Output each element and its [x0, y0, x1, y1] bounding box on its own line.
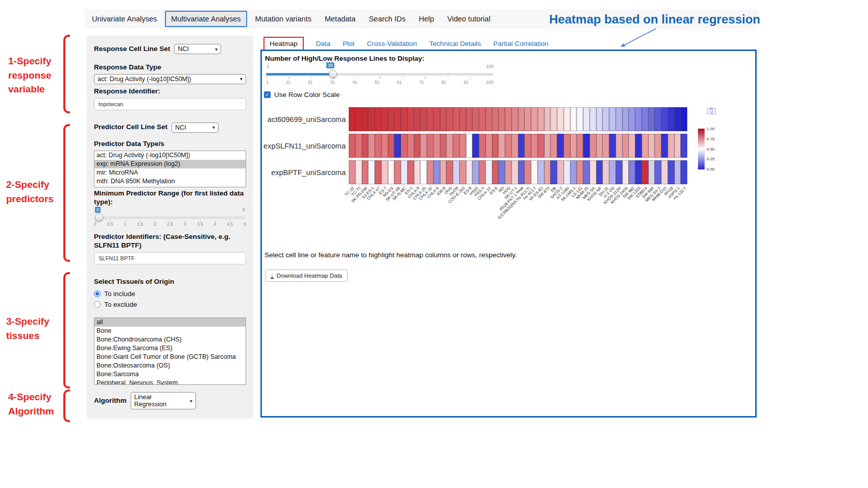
heatmap-cell[interactable] — [446, 134, 453, 158]
heatmap-cell[interactable] — [355, 160, 362, 184]
heatmap-cell[interactable] — [349, 160, 355, 184]
nav-item-mutation-variants[interactable]: Mutation variants — [250, 12, 317, 26]
heatmap-cell[interactable] — [472, 107, 479, 131]
predictor-identifiers-input[interactable] — [94, 252, 246, 264]
tissue-option-bone-sarcoma[interactable]: Bone:Sarcoma — [94, 370, 246, 379]
heatmap-cell[interactable] — [616, 160, 622, 184]
heatmap-row-label[interactable]: expSLFN11_uniSarcoma — [262, 134, 346, 158]
heatmap-cell[interactable] — [453, 160, 460, 184]
heatmap-cell[interactable] — [544, 160, 551, 184]
row-color-scale-row[interactable]: ✓ Use Row Color Scale — [264, 91, 340, 99]
tissue-option-bone-chondrosarcoma-chs[interactable]: Bone:Chondrosarcoma (CHS) — [94, 335, 246, 344]
response-cell-line-set-select[interactable]: NCI ▾ — [174, 44, 221, 54]
heatmap-cell[interactable] — [668, 134, 674, 158]
heatmap-cell[interactable] — [557, 107, 564, 131]
heatmap-cell[interactable] — [596, 134, 603, 158]
predictor-data-type-option-exp-mrna-expression-log2[interactable]: exp: mRNA Expression (log2) — [94, 160, 246, 168]
heatmap-cell[interactable] — [674, 107, 681, 131]
row-color-scale-checkbox[interactable]: ✓ — [264, 91, 271, 98]
heatmap-cell[interactable] — [349, 134, 355, 158]
heatmap-cell[interactable] — [453, 134, 460, 158]
predictor-data-type-option-mth-dna-850k-methylation[interactable]: mth: DNA 850K Methylation — [94, 177, 246, 186]
heatmap-cell[interactable] — [648, 134, 655, 158]
heatmap-cell[interactable] — [616, 134, 622, 158]
heatmap-cell[interactable] — [538, 160, 544, 184]
to-exclude-radio[interactable] — [94, 301, 101, 308]
tissue-option-bone[interactable]: Bone — [94, 327, 246, 335]
heatmap-cell[interactable] — [661, 107, 668, 131]
predictor-data-type-option-mir-microrna[interactable]: mir: MicroRNA — [94, 168, 246, 177]
heatmap-cell[interactable] — [381, 134, 388, 158]
heatmap-cell[interactable] — [557, 160, 564, 184]
heatmap-cell[interactable] — [394, 107, 401, 131]
heatmap-cell[interactable] — [446, 160, 453, 184]
heatmap-cell[interactable] — [492, 160, 499, 184]
heatmap-cell[interactable] — [648, 107, 655, 131]
min-predictor-range-track[interactable] — [95, 216, 245, 219]
heatmap-cell[interactable] — [518, 134, 525, 158]
heatmap-cell[interactable] — [355, 134, 362, 158]
response-identifier-input[interactable] — [94, 98, 246, 110]
heatmap-cell[interactable] — [414, 107, 421, 131]
heatmap-cell[interactable] — [524, 134, 531, 158]
heatmap-cell[interactable] — [414, 160, 421, 184]
heatmap-cell[interactable] — [655, 160, 661, 184]
to-exclude-radio-row[interactable]: To exclude — [94, 301, 246, 308]
heatmap-cell[interactable] — [375, 134, 381, 158]
nav-item-video-tutorial[interactable]: Video tutorial — [442, 12, 495, 26]
heatmap-cell[interactable] — [564, 107, 570, 131]
heatmap-cell[interactable] — [486, 107, 492, 131]
heatmap-cell[interactable] — [420, 134, 427, 158]
predictor-data-type-option-act-drug-activity-log10-ic50m[interactable]: act: Drug Activity (-log10[IC50M]) — [94, 151, 246, 160]
heatmap-cell[interactable] — [388, 134, 395, 158]
heatmap-cell[interactable] — [381, 160, 388, 184]
heatmap-cell[interactable] — [550, 134, 557, 158]
heatmap-cell[interactable] — [635, 107, 642, 131]
heatmap-cell[interactable] — [550, 107, 557, 131]
nav-item-univariate-analyses[interactable]: Univariate Analyses — [87, 12, 162, 26]
heatmap-cell[interactable] — [590, 160, 596, 184]
heatmap-cell[interactable] — [576, 134, 583, 158]
heatmap-cell[interactable] — [460, 134, 466, 158]
heatmap-cell[interactable] — [427, 160, 433, 184]
heatmap-cell[interactable] — [550, 160, 557, 184]
heatmap-cell[interactable] — [420, 160, 427, 184]
heatmap-cell[interactable] — [616, 107, 622, 131]
heatmap-cell[interactable] — [512, 134, 518, 158]
download-heatmap-data-button[interactable]: ↓ Download Heatmap Data — [265, 270, 348, 282]
heatmap-cell[interactable] — [433, 107, 440, 131]
heatmap-cell[interactable] — [492, 107, 499, 131]
heatmap-cell[interactable] — [642, 160, 648, 184]
heatmap-cell[interactable] — [538, 107, 544, 131]
nav-item-help[interactable]: Help — [414, 12, 439, 26]
heatmap-cell[interactable] — [466, 134, 473, 158]
heatmap-cell[interactable] — [609, 160, 616, 184]
heatmap-cell[interactable] — [629, 107, 635, 131]
heatmap-cell[interactable] — [512, 160, 518, 184]
heatmap-cell[interactable] — [570, 134, 577, 158]
heatmap-cell[interactable] — [440, 107, 447, 131]
tab-data[interactable]: Data — [316, 40, 331, 47]
heatmap-cell[interactable] — [538, 134, 544, 158]
heatmap-cell[interactable] — [531, 107, 538, 131]
heatmap-cell[interactable] — [681, 107, 687, 131]
heatmap-cell[interactable] — [427, 107, 433, 131]
heatmap-cell[interactable] — [401, 160, 407, 184]
heatmap-cell[interactable] — [622, 160, 629, 184]
to-include-radio-row[interactable]: To include — [94, 290, 246, 298]
heatmap-cell[interactable] — [407, 134, 414, 158]
tissue-option-bone-osteosarcoma-os[interactable]: Bone:Osteosarcoma (OS) — [94, 361, 246, 370]
heatmap-cell[interactable] — [414, 134, 421, 158]
heatmap-cell[interactable] — [440, 134, 447, 158]
heatmap-cell[interactable] — [472, 160, 479, 184]
heatmap-cell[interactable] — [512, 107, 518, 131]
heatmap-cell[interactable] — [544, 134, 551, 158]
heatmap-cell[interactable] — [518, 107, 525, 131]
tissue-option-peripheral-nervous-system[interactable]: Peripheral_Nervous_System — [94, 379, 246, 385]
heatmap-cell[interactable] — [394, 160, 401, 184]
heatmap-cell[interactable] — [505, 160, 512, 184]
heatmap-cell[interactable] — [505, 107, 512, 131]
heatmap-cell[interactable] — [460, 107, 466, 131]
heatmap-cell[interactable] — [583, 160, 590, 184]
heatmap-cell[interactable] — [629, 134, 635, 158]
